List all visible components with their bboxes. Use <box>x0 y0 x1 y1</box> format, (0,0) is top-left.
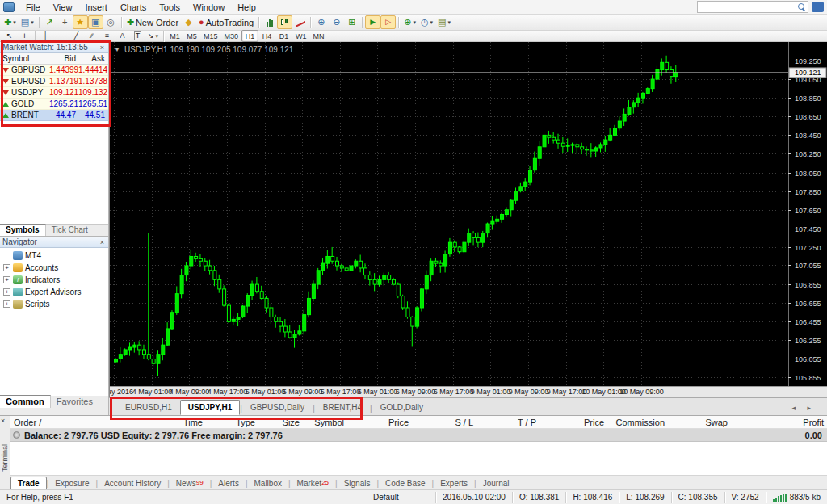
close-icon[interactable]: × <box>99 44 106 52</box>
terminal-tab-account-history[interactable]: Account History <box>98 477 167 489</box>
new-chart-button[interactable]: ✚▾ <box>2 15 19 29</box>
chart-tab-brent-h4[interactable]: BRENT,H4 <box>315 400 370 415</box>
timeframe-button-h1[interactable]: H1 <box>241 30 258 42</box>
tab-tick-chart[interactable]: Tick Chart <box>46 225 94 236</box>
market-watch-row-eurusd[interactable]: EURUSD1.137191.13738 <box>0 76 108 87</box>
fibonacci-button[interactable]: ≡ <box>99 31 115 41</box>
status-datetime: 2016.05.10 02:00 <box>436 492 513 503</box>
terminal-side-label: Terminal <box>1 439 9 472</box>
status-profile[interactable]: Default <box>367 492 436 503</box>
chart-tab-gbpusd-daily[interactable]: GBPUSD,Daily <box>242 400 313 415</box>
tree-item-mt4[interactable]: MT4 <box>2 250 108 262</box>
candlestick-chart-button[interactable] <box>277 15 292 29</box>
timeframe-button-m1[interactable]: M1 <box>166 30 183 42</box>
timeframe-button-m5[interactable]: M5 <box>183 30 200 42</box>
vertical-line-button[interactable]: │ <box>38 31 53 41</box>
terminal-tab-alerts[interactable]: Alerts <box>212 477 246 489</box>
terminal-tab-mailbox[interactable]: Mailbox <box>248 477 288 489</box>
expand-icon[interactable]: + <box>3 264 10 271</box>
profiles-button[interactable]: ▤▾ <box>19 15 36 29</box>
menu-item-file[interactable]: File <box>19 1 47 14</box>
arrows-button[interactable]: ↘▾ <box>145 31 161 41</box>
expand-icon[interactable]: + <box>3 276 10 284</box>
publisher-button[interactable]: ◆ <box>181 15 196 29</box>
indicators-button[interactable]: ⊕▾ <box>401 15 418 29</box>
tab-favorites[interactable]: Favorites <box>51 396 99 409</box>
line-chart-button[interactable] <box>292 15 308 29</box>
bar-chart-button[interactable] <box>262 15 277 29</box>
timeframe-button-d1[interactable]: D1 <box>275 30 292 42</box>
search-icon[interactable] <box>798 3 805 10</box>
tree-item-indicators[interactable]: +fIndicators <box>2 274 108 286</box>
menu-item-insert[interactable]: Insert <box>78 1 114 14</box>
chart-tab-usdjpy-h1[interactable]: USDJPY,H1 <box>180 400 240 415</box>
menu-item-charts[interactable]: Charts <box>114 1 153 14</box>
expand-icon[interactable]: + <box>3 288 10 296</box>
timeframe-button-mn[interactable]: MN <box>310 30 328 42</box>
tab-badge: 25 <box>321 479 329 486</box>
tab-common[interactable]: Common <box>0 395 51 408</box>
chart-shift-button[interactable]: ▷ <box>380 15 396 29</box>
balance-text: Balance: 2 797.76 USD Equity: 2 797.76 F… <box>24 430 283 440</box>
market-watch-row-usdjpy[interactable]: USDJPY109.121109.132 <box>0 87 108 99</box>
close-icon[interactable]: × <box>99 238 106 246</box>
zoom-in-button[interactable]: ⊕ <box>313 15 329 29</box>
data-window-button[interactable]: + <box>57 15 73 29</box>
tree-item-expert-advisors[interactable]: +Expert Advisors <box>2 286 108 298</box>
menu-item-view[interactable]: View <box>47 1 79 14</box>
expand-icon[interactable]: + <box>3 300 10 308</box>
timeframe-button-h4[interactable]: H4 <box>258 30 275 42</box>
strategy-tester-button[interactable]: ◎ <box>103 15 119 29</box>
timeframe-button-m30[interactable]: M30 <box>221 30 242 42</box>
community-chat-icon[interactable] <box>812 2 824 12</box>
market-watch-row-gold[interactable]: GOLD1265.211265.51 <box>0 99 108 110</box>
auto-scroll-button[interactable]: ▶ <box>365 15 380 29</box>
trendline-button[interactable]: ╱ <box>69 31 84 41</box>
market-watch-row-brent[interactable]: BRENT44.4744.51 <box>0 110 108 121</box>
terminal-tab-news[interactable]: News99 <box>170 477 210 489</box>
new-order-label: New Order <box>136 18 178 27</box>
tree-item-accounts[interactable]: +Accounts <box>2 262 108 274</box>
horizontal-line-button[interactable]: ─ <box>53 31 69 41</box>
terminal-tab-code-base[interactable]: Code Base <box>379 477 431 489</box>
cursor-button[interactable]: ↖ <box>2 31 17 41</box>
terminal-tab-signals[interactable]: Signals <box>338 477 377 489</box>
terminal-toggle-button[interactable]: ▣ <box>88 15 103 29</box>
chart-window[interactable]: 109.250109.050108.850108.650108.450108.2… <box>109 42 827 397</box>
autotrading-button[interactable]: ●AutoTrading <box>196 15 256 29</box>
cursor-icon: ↖ <box>6 32 13 40</box>
menu-item-help[interactable]: Help <box>231 1 262 14</box>
terminal-tab-exposure[interactable]: Exposure <box>48 477 95 489</box>
zoom-out-button[interactable]: ⊖ <box>329 15 344 29</box>
terminal-tab-market[interactable]: Market25 <box>291 477 335 489</box>
market-watch-row-gbpusd[interactable]: GBPUSD1.443991.44414 <box>0 65 108 76</box>
timeframe-button-m15[interactable]: M15 <box>200 30 221 42</box>
new-order-button[interactable]: ✚New Order <box>124 15 181 29</box>
market-watch-toggle-button[interactable]: ↗ <box>42 15 57 29</box>
text-label-button[interactable]: T <box>130 31 145 41</box>
tab-scroll-arrows[interactable]: ◂ ▸ <box>791 404 816 415</box>
market-watch-titlebar: Market Watch: 15:13:55 × <box>0 42 108 53</box>
tree-item-scripts[interactable]: +Scripts <box>2 298 108 310</box>
status-close: C: 108.355 <box>672 492 725 503</box>
menu-item-window[interactable]: Window <box>187 1 231 14</box>
chart-menu-arrow-icon[interactable]: ▼ <box>114 46 120 53</box>
navigator-toggle-button[interactable]: ★ <box>73 15 88 29</box>
templates-button[interactable]: ▤▾ <box>435 15 453 29</box>
search-input[interactable] <box>698 2 798 11</box>
candlestick-chart[interactable]: 109.250109.050108.850108.650108.450108.2… <box>110 42 827 397</box>
menu-item-tools[interactable]: Tools <box>153 1 187 14</box>
timeframe-button-w1[interactable]: W1 <box>292 30 310 42</box>
tab-symbols[interactable]: Symbols <box>0 224 46 236</box>
crosshair-button[interactable]: + <box>17 31 32 41</box>
tile-windows-button[interactable]: ⊞ <box>344 15 359 29</box>
terminal-tab-experts[interactable]: Experts <box>434 477 474 489</box>
channel-button[interactable]: ∕∕ <box>84 31 99 41</box>
close-icon[interactable]: × <box>1 417 5 425</box>
terminal-tab-trade[interactable]: Trade <box>10 477 47 489</box>
terminal-tab-journal[interactable]: Journal <box>476 477 516 489</box>
periods-button[interactable]: ◷▾ <box>418 15 435 29</box>
text-button[interactable]: A <box>115 31 130 41</box>
chart-tab-eurusd-h1[interactable]: EURUSD,H1 <box>117 400 180 415</box>
chart-tab-gold-daily[interactable]: GOLD,Daily <box>372 400 431 415</box>
